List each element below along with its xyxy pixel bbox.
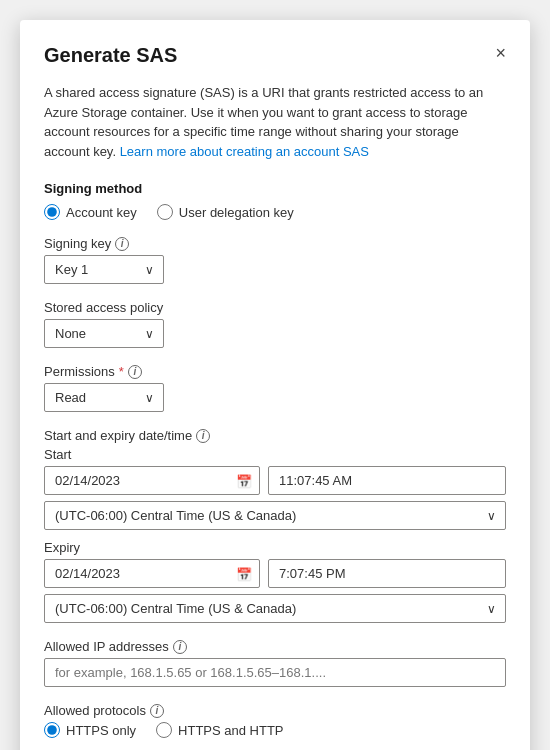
generate-sas-dialog: Generate SAS × A shared access signature… [20, 20, 530, 750]
signing-key-label: Signing key i [44, 236, 506, 251]
stored-access-policy-label: Stored access policy [44, 300, 506, 315]
signing-method-label: Signing method [44, 181, 506, 196]
description-text: A shared access signature (SAS) is a URI… [44, 83, 506, 161]
account-key-label: Account key [66, 205, 137, 220]
permissions-label: Permissions * i [44, 364, 506, 379]
signing-key-select[interactable]: Key 1 Key 2 [44, 255, 164, 284]
permissions-select[interactable]: Read Write Delete List [44, 383, 164, 412]
start-date-wrapper: 📅 [44, 466, 260, 495]
datetime-label: Start and expiry date/time i [44, 428, 506, 443]
https-only-label: HTTPS only [66, 723, 136, 738]
allowed-ip-label: Allowed IP addresses i [44, 639, 506, 654]
expiry-timezone-select-wrapper: (UTC-06:00) Central Time (US & Canada) (… [44, 594, 506, 623]
dialog-header: Generate SAS × [44, 44, 506, 67]
stored-access-policy-select[interactable]: None [44, 319, 164, 348]
user-delegation-key-label: User delegation key [179, 205, 294, 220]
signing-key-section: Signing key i Key 1 Key 2 [44, 236, 506, 284]
account-key-radio[interactable] [44, 204, 60, 220]
account-key-radio-item[interactable]: Account key [44, 204, 137, 220]
start-timezone-select-wrapper: (UTC-06:00) Central Time (US & Canada) (… [44, 501, 506, 530]
allowed-ip-info-icon[interactable]: i [173, 640, 187, 654]
user-delegation-key-radio-item[interactable]: User delegation key [157, 204, 294, 220]
allowed-ip-section: Allowed IP addresses i [44, 639, 506, 687]
stored-access-policy-section: Stored access policy None [44, 300, 506, 348]
allowed-protocols-section: Allowed protocols i HTTPS only HTTPS and… [44, 703, 506, 738]
https-http-radio[interactable] [156, 722, 172, 738]
expiry-label: Expiry [44, 540, 506, 555]
permissions-select-wrapper: Read Write Delete List [44, 383, 164, 412]
allowed-protocols-label: Allowed protocols i [44, 703, 506, 718]
expiry-time-input[interactable] [268, 559, 506, 588]
permissions-section: Permissions * i Read Write Delete List [44, 364, 506, 412]
close-button[interactable]: × [495, 44, 506, 62]
user-delegation-key-radio[interactable] [157, 204, 173, 220]
dialog-title: Generate SAS [44, 44, 177, 67]
allowed-protocols-info-icon[interactable]: i [150, 704, 164, 718]
signing-method-section: Signing method Account key User delegati… [44, 181, 506, 220]
datetime-info-icon[interactable]: i [196, 429, 210, 443]
expiry-datetime-row: 📅 [44, 559, 506, 588]
start-datetime-row: 📅 [44, 466, 506, 495]
expiry-date-input[interactable] [44, 559, 260, 588]
https-only-radio-item[interactable]: HTTPS only [44, 722, 136, 738]
allowed-protocols-radio-group: HTTPS only HTTPS and HTTP [44, 722, 506, 738]
https-only-radio[interactable] [44, 722, 60, 738]
allowed-ip-input[interactable] [44, 658, 506, 687]
datetime-section: Start and expiry date/time i Start 📅 (UT… [44, 428, 506, 623]
expiry-timezone-select[interactable]: (UTC-06:00) Central Time (US & Canada) (… [44, 594, 506, 623]
learn-more-link[interactable]: Learn more about creating an account SAS [120, 144, 369, 159]
required-star: * [119, 364, 124, 379]
signing-method-radio-group: Account key User delegation key [44, 204, 506, 220]
https-http-label: HTTPS and HTTP [178, 723, 283, 738]
start-timezone-select[interactable]: (UTC-06:00) Central Time (US & Canada) (… [44, 501, 506, 530]
https-http-radio-item[interactable]: HTTPS and HTTP [156, 722, 283, 738]
signing-key-info-icon[interactable]: i [115, 237, 129, 251]
signing-key-select-wrapper: Key 1 Key 2 [44, 255, 164, 284]
stored-access-policy-select-wrapper: None [44, 319, 164, 348]
start-label: Start [44, 447, 506, 462]
permissions-info-icon[interactable]: i [128, 365, 142, 379]
expiry-date-wrapper: 📅 [44, 559, 260, 588]
start-date-input[interactable] [44, 466, 260, 495]
start-time-input[interactable] [268, 466, 506, 495]
